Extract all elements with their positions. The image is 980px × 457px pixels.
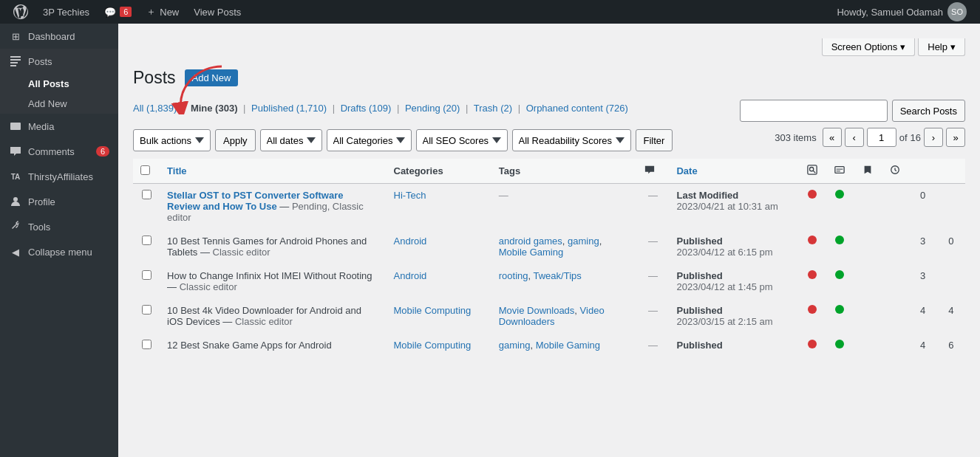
media-icon <box>9 120 22 133</box>
tag-link[interactable]: Movie Downloads <box>499 305 575 316</box>
extra-icon-cell-1 <box>854 184 881 230</box>
first-page-button[interactable]: « <box>823 128 842 147</box>
filter-tab-trash[interactable]: Trash (2) <box>474 103 512 114</box>
search-posts-button[interactable]: Search Posts <box>892 100 965 122</box>
col-num1-header <box>908 159 936 184</box>
row-checkbox[interactable] <box>142 305 152 315</box>
svg-rect-11 <box>835 167 844 173</box>
search-input[interactable] <box>740 100 888 122</box>
category-cell: Android <box>387 230 491 264</box>
svg-point-9 <box>810 168 814 171</box>
top-bar: All (1,839) | Mine (303) | Published (1,… <box>133 100 965 122</box>
tags-cell: android games, gaming, Mobile Gaming <box>491 230 637 264</box>
tag-link[interactable]: Tweak/Tips <box>534 270 582 281</box>
svg-line-10 <box>813 171 815 173</box>
row-checkbox[interactable] <box>142 236 152 245</box>
filter-tab-all[interactable]: All (1,839) <box>133 103 177 114</box>
seo-dot <box>808 305 817 314</box>
sidebar-item-thirstyaffiliates[interactable]: TA ThirstyAffiliates <box>0 164 118 189</box>
adminbar-right: Howdy, Samuel Odamah SO <box>829 2 974 21</box>
comment-count-cell: — <box>637 230 670 264</box>
svg-rect-3 <box>10 65 16 66</box>
screen-options-button[interactable]: Screen Options ▾ <box>822 38 916 56</box>
submenu-all-posts[interactable]: All Posts <box>0 74 118 94</box>
howdy-message[interactable]: Howdy, Samuel Odamah SO <box>829 2 974 21</box>
add-new-button[interactable]: Add New <box>185 69 239 86</box>
sidebar-item-tools[interactable]: Tools <box>0 214 118 239</box>
dates-filter-select[interactable]: All dates <box>260 129 322 151</box>
svg-rect-1 <box>10 59 21 61</box>
seo-filter-select[interactable]: All SEO Scores <box>416 129 508 151</box>
seo-score-cell <box>799 334 826 358</box>
tag-link[interactable]: Mobile Gaming <box>536 340 600 351</box>
readability-dot <box>835 190 844 199</box>
title-column-header[interactable]: Title <box>160 159 386 184</box>
select-all-checkbox[interactable] <box>140 165 150 175</box>
tags-cell: gaming, Mobile Gaming <box>491 334 637 358</box>
readability-score-cell <box>826 264 854 299</box>
category-cell: Mobile Computing <box>387 299 491 334</box>
table-row: 12 Best Snake Game Apps for Android Mobi… <box>133 334 965 358</box>
tag-link[interactable]: gaming <box>499 340 531 351</box>
category-link[interactable]: Mobile Computing <box>394 340 472 351</box>
num2-cell: 0 <box>937 230 965 264</box>
dashboard-icon: ⊞ <box>9 30 22 43</box>
row-checkbox[interactable] <box>142 190 152 199</box>
row-checkbox[interactable] <box>142 270 152 280</box>
filter-tab-pending[interactable]: Pending (20) <box>405 103 460 114</box>
category-link[interactable]: Android <box>394 236 427 247</box>
apply-button[interactable]: Apply <box>215 129 256 151</box>
num2-cell <box>937 184 965 230</box>
sidebar-item-media[interactable]: Media <box>0 114 118 139</box>
sidebar-collapse[interactable]: ◀ Collapse menu <box>0 239 118 264</box>
tag-link[interactable]: gaming <box>568 236 599 247</box>
sidebar-item-posts[interactable]: Posts <box>0 49 118 74</box>
date-column-header[interactable]: Date <box>669 159 798 184</box>
svg-point-6 <box>13 197 18 202</box>
current-page-input[interactable] <box>867 128 896 147</box>
filter-tab-orphaned[interactable]: Orphaned content (726) <box>526 103 628 114</box>
comments-link[interactable]: 💬 6 <box>97 0 139 24</box>
tag-link[interactable]: android games <box>499 236 562 247</box>
pagination: 303 items « ‹ of 16 › » <box>775 128 965 147</box>
help-chevron-icon: ▾ <box>950 41 956 52</box>
tag-link[interactable]: rooting <box>499 270 528 281</box>
view-posts[interactable]: View Posts <box>186 0 248 24</box>
category-link[interactable]: Hi-Tech <box>394 190 426 201</box>
readability-score-cell <box>826 230 854 264</box>
comment-icon: 💬 <box>104 7 116 18</box>
next-page-button[interactable]: › <box>924 128 943 147</box>
num1-cell: 0 <box>908 184 936 230</box>
tags-cell: Movie Downloads, Video Downloaders <box>491 299 637 334</box>
num1-cell: 4 <box>908 299 936 334</box>
filter-tab-published[interactable]: Published (1,710) <box>251 103 327 114</box>
category-link[interactable]: Android <box>394 270 427 281</box>
row-checkbox[interactable] <box>142 340 152 349</box>
last-page-button[interactable]: » <box>946 128 965 147</box>
bulk-actions-select[interactable]: Bulk actions <box>133 129 211 151</box>
help-button[interactable]: Help ▾ <box>918 38 965 56</box>
site-name[interactable]: 3P Techies <box>35 0 97 24</box>
seo-score-cell <box>799 184 826 230</box>
categories-filter-select[interactable]: All Categories <box>327 129 412 151</box>
prev-page-button[interactable]: ‹ <box>845 128 864 147</box>
wp-logo[interactable] <box>6 0 35 24</box>
comments-badge: 6 <box>96 146 109 157</box>
readability-filter-select[interactable]: All Readability Scores <box>512 129 631 151</box>
submenu-add-new[interactable]: Add New <box>0 94 118 114</box>
extra-icon-cell-1 <box>854 299 881 334</box>
title-cell: 12 Best Snake Game Apps for Android <box>160 334 386 358</box>
sidebar-item-comments[interactable]: Comments 6 <box>0 139 118 164</box>
tag-link[interactable]: Mobile Gaming <box>499 247 563 258</box>
filter-button[interactable]: Filter <box>636 129 673 151</box>
sidebar-item-profile[interactable]: Profile <box>0 189 118 214</box>
filter-tab-drafts[interactable]: Drafts (109) <box>341 103 392 114</box>
new-content[interactable]: ＋ New <box>139 0 186 24</box>
num1-cell: 4 <box>908 334 936 358</box>
comment-count-cell: — <box>637 184 670 230</box>
avatar: SO <box>947 2 967 21</box>
sidebar-item-dashboard[interactable]: ⊞ Dashboard <box>0 24 118 49</box>
num2-cell <box>937 264 965 299</box>
post-title-text: 12 Best Snake Game Apps for Android <box>167 340 332 351</box>
category-link[interactable]: Mobile Computing <box>394 305 472 316</box>
